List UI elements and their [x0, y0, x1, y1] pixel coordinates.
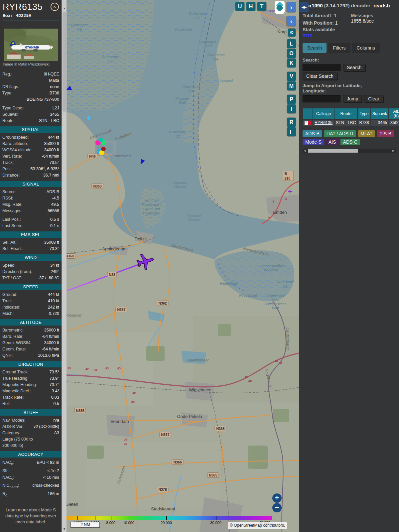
map-button-l[interactable]: L	[287, 39, 296, 48]
table-header[interactable]: Alt. (ft)	[389, 108, 399, 119]
jump-button[interactable]: Jump	[343, 95, 362, 102]
zoom-out-button[interactable]: −	[272, 503, 282, 512]
row-value: 73.9°	[50, 375, 59, 382]
table-header[interactable]: Route	[334, 108, 357, 119]
table-header[interactable]	[303, 108, 313, 119]
row-value: 0.5 s	[50, 216, 59, 223]
data-row: SIL:≤ 1e-7	[0, 467, 62, 474]
map-button-k[interactable]: K	[287, 59, 296, 67]
row-label: Sel. Alt.:	[2, 239, 18, 246]
table-header[interactable]: Callsign	[313, 108, 334, 119]
clear-search-button[interactable]: Clear Search	[303, 72, 337, 80]
data-row: Squawk:3465	[0, 111, 62, 118]
row-value-link[interactable]: 9H-QEE	[44, 71, 59, 77]
search-input[interactable]	[303, 64, 340, 71]
close-icon[interactable]: ×	[51, 3, 59, 11]
data-row: 300 000 lb)	[0, 443, 62, 449]
data-row: Sel. Alt.:35008 ft	[0, 239, 62, 246]
data-row: Malta	[0, 77, 62, 84]
row-value: -64 ft/min	[42, 333, 59, 340]
zoom-in-button[interactable]: +	[272, 493, 282, 503]
map-button-r[interactable]: R	[287, 118, 296, 127]
row-value: cross-checked	[32, 482, 59, 490]
jump-input[interactable]	[303, 95, 340, 102]
map-button-h[interactable]: H	[246, 2, 255, 11]
messages-label: Messages:	[351, 13, 396, 18]
data-row: Baro. altitude:35000 ft	[0, 141, 62, 147]
data-row: Last Seen:0.1 s	[0, 223, 62, 229]
image-credit: Image © Rafal Pruszkowski	[0, 61, 62, 67]
scroll-up-icon[interactable]: ▲	[62, 7, 67, 10]
sidebar-scrollbar[interactable]: ▲ ▼	[62, 0, 66, 532]
map-canvas[interactable]: Ruhezone I/5KopersandRuhezone I/8Hamburg…	[66, 0, 299, 532]
table-row[interactable]: ✠RYR6135STN - LBCB738346535000	[303, 120, 399, 126]
map-scale-bar: 2 NM	[70, 522, 100, 528]
scroll-left-icon[interactable]: ◀	[304, 149, 306, 153]
aircraft-table: CallsignRouteTypeSquawkAlt. (ft) ✠RYR613…	[303, 108, 399, 126]
layers-button[interactable]	[275, 1, 285, 14]
road-shield: N385	[74, 408, 86, 413]
badge-ads-b: ADS-B	[303, 130, 322, 137]
tab-columns[interactable]: Columns	[352, 43, 379, 53]
tab-filters[interactable]: Filters	[328, 43, 350, 53]
search-button[interactable]: Search	[343, 64, 365, 71]
table-header[interactable]: Type	[358, 108, 370, 119]
data-row: Mach:0.720	[0, 311, 62, 317]
callsign-link[interactable]: RYR6135	[315, 120, 332, 125]
data-sections: SPATIALGroundspeed:444 ktBaro. altitude:…	[0, 126, 62, 498]
scrollbar-thumb[interactable]	[63, 12, 66, 112]
map-button-p[interactable]: P	[287, 95, 296, 104]
map-button-i[interactable]: I	[287, 104, 296, 113]
data-row: True:410 kt	[0, 298, 62, 304]
badge-ads-c: ADS-C	[340, 139, 360, 145]
readsb-link[interactable]: readsb	[373, 3, 390, 8]
data-row: Distance:36.7 nmi	[0, 172, 62, 179]
cell-squawk: 3465	[371, 120, 388, 126]
data-row: Large (75 000 to	[0, 436, 62, 443]
map-attribution: © OpenStreetMap contributors.	[228, 522, 287, 529]
collapse-left-button[interactable]: ‹	[287, 16, 296, 26]
panel-horizontal-scrollbar[interactable]: ◀ ▶	[303, 149, 396, 153]
row-label: Reg.:	[2, 71, 12, 77]
table-header[interactable]: Squawk	[371, 108, 388, 119]
row-label: Squawk:	[2, 111, 18, 118]
section-rows: Sel. Alt.:35008 ftSel. Head.:70.3°	[0, 239, 62, 252]
row-label: Messages:	[2, 208, 22, 214]
map-button-o[interactable]: O	[287, 49, 296, 58]
map-button-m[interactable]: M	[287, 81, 296, 90]
row-label: WGS84 altitude:	[2, 147, 33, 153]
scroll-right-icon[interactable]: ▶	[392, 149, 395, 153]
row-value: ≤ 1e-7	[48, 467, 59, 474]
panel-collapse-icon[interactable]: ◀▶	[300, 2, 309, 12]
data-row: NACP:EPU < 92 m	[0, 459, 62, 467]
expand-right-button[interactable]: ›	[287, 2, 296, 12]
row-value: ADS-B	[47, 189, 59, 195]
cell-alt: 35000	[389, 120, 399, 126]
jump-clear-button[interactable]: Clear	[364, 95, 383, 102]
tab-search[interactable]: Search	[303, 43, 327, 53]
row-value: -37 / -60 °C	[38, 275, 59, 281]
header-divider	[3, 21, 59, 21]
tar1090-app: RYR6135 Hex: 4D225A × RYANAIR	[0, 0, 399, 532]
data-row: Roll:0.5	[0, 401, 62, 407]
row-value: B738	[50, 90, 59, 96]
row-label: Ground Track:	[2, 369, 29, 375]
row-value: 70.3°	[50, 246, 59, 252]
map-button-v[interactable]: V	[287, 72, 296, 81]
map-button-u[interactable]: U	[235, 2, 244, 11]
row-label: Geom. WGS84:	[2, 340, 32, 346]
scroll-down-icon[interactable]: ▼	[62, 527, 67, 531]
total-aircraft: Total Aircraft: 1	[303, 13, 351, 18]
section-header: WIND	[0, 254, 62, 261]
row-value: v2 (DO-260B)	[34, 424, 59, 430]
map-button-t[interactable]: T	[257, 2, 266, 11]
row-value: 0.03	[51, 394, 59, 401]
h-scrollbar-thumb[interactable]	[308, 149, 358, 153]
map-button-f[interactable]: F	[287, 127, 296, 136]
data-row: Msg. Rate:49.5	[0, 201, 62, 208]
stats-here-link[interactable]: here	[303, 32, 351, 38]
row-value: -64 ft/min	[42, 153, 59, 160]
settings-gear-icon[interactable]: ⚙	[288, 29, 296, 37]
row-value: 410 kt	[48, 298, 59, 304]
row-label: Speed:	[2, 262, 16, 269]
